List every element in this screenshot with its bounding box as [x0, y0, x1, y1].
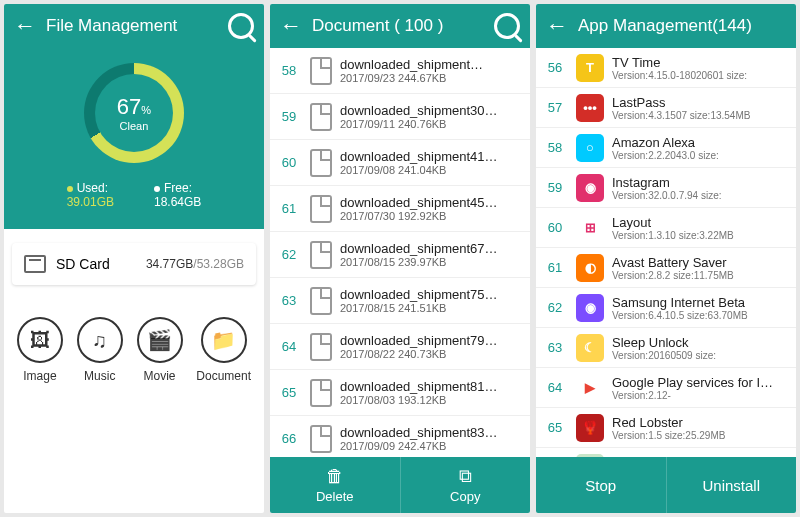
usage-ring[interactable]: 67% Clean [84, 63, 184, 163]
app-icon: ⊞ [576, 214, 604, 242]
app-meta: Version:20160509 size: [612, 350, 790, 361]
row-number: 62 [276, 247, 302, 262]
file-meta: 2017/09/11 240.76KB [340, 118, 524, 130]
file-icon [310, 149, 332, 177]
file-name: downloaded_shipment… [340, 57, 524, 72]
row-number: 63 [276, 293, 302, 308]
search-icon[interactable] [228, 13, 254, 39]
percent-label: Clean [120, 120, 149, 132]
category-document[interactable]: 📁Document [196, 317, 251, 383]
document-row[interactable]: 66downloaded_shipment83…2017/09/09 242.4… [270, 416, 530, 457]
row-number: 65 [276, 385, 302, 400]
app-meta: Version:2.12- [612, 390, 790, 401]
free-stat: Free:18.64GB [154, 181, 201, 209]
app-row[interactable]: 66?WhatsInItVersion:1.0.11 size:21.93MB [536, 448, 796, 457]
file-icon [310, 425, 332, 453]
file-icon [310, 241, 332, 269]
file-icon [310, 333, 332, 361]
row-number: 61 [276, 201, 302, 216]
app-row[interactable]: 63☾Sleep UnlockVersion:20160509 size: [536, 328, 796, 368]
row-number: 63 [542, 340, 568, 355]
category-movie[interactable]: 🎬Movie [137, 317, 183, 383]
file-name: downloaded_shipment45… [340, 195, 524, 210]
document-row[interactable]: 61downloaded_shipment45…2017/07/30 192.9… [270, 186, 530, 232]
page-title: Document ( 100 ) [312, 16, 494, 36]
row-number: 59 [276, 109, 302, 124]
category-music[interactable]: ♫Music [77, 317, 123, 383]
app-name: Samsung Internet Beta [612, 295, 790, 310]
app-meta: Version:6.4.10.5 size:63.70MB [612, 310, 790, 321]
file-meta: 2017/08/03 193.12KB [340, 394, 524, 406]
delete-button[interactable]: 🗑Delete [270, 457, 400, 513]
back-icon[interactable]: ← [280, 13, 302, 39]
file-name: downloaded_shipment79… [340, 333, 524, 348]
app-name: Sleep Unlock [612, 335, 790, 350]
document-icon: 📁 [201, 317, 247, 363]
image-icon: 🖼 [17, 317, 63, 363]
header: ← File Management [4, 4, 264, 48]
row-number: 64 [542, 380, 568, 395]
category-label: Movie [137, 369, 183, 383]
row-number: 62 [542, 300, 568, 315]
action-bar: 🗑Delete ⧉Copy [270, 457, 530, 513]
back-icon[interactable]: ← [14, 13, 36, 39]
document-row[interactable]: 58downloaded_shipment…2017/09/23 244.67K… [270, 48, 530, 94]
document-row[interactable]: 65downloaded_shipment81…2017/08/03 193.1… [270, 370, 530, 416]
sdcard-icon [24, 255, 46, 273]
app-row[interactable]: 64▶Google Play services for I…Version:2.… [536, 368, 796, 408]
action-bar: Stop Uninstall [536, 457, 796, 513]
file-name: downloaded_shipment41… [340, 149, 524, 164]
app-row[interactable]: 60⊞LayoutVersion:1.3.10 size:3.22MB [536, 208, 796, 248]
file-meta: 2017/09/09 242.47KB [340, 440, 524, 452]
file-meta: 2017/07/30 192.92KB [340, 210, 524, 222]
category-image[interactable]: 🖼Image [17, 317, 63, 383]
file-icon [310, 195, 332, 223]
file-icon [310, 287, 332, 315]
app-name: Layout [612, 215, 790, 230]
file-meta: 2017/09/23 244.67KB [340, 72, 524, 84]
row-number: 66 [276, 431, 302, 446]
app-row[interactable]: 56TTV TimeVersion:4.15.0-18020601 size: [536, 48, 796, 88]
copy-icon: ⧉ [459, 466, 472, 487]
sdcard-row[interactable]: SD Card 34.77GB/53.28GB [12, 243, 256, 285]
app-icon: ○ [576, 134, 604, 162]
document-list[interactable]: 58downloaded_shipment…2017/09/23 244.67K… [270, 48, 530, 457]
app-meta: Version:4.15.0-18020601 size: [612, 70, 790, 81]
row-number: 60 [276, 155, 302, 170]
app-row[interactable]: 65🦞Red LobsterVersion:1.5 size:25.29MB [536, 408, 796, 448]
file-meta: 2017/08/15 241.51KB [340, 302, 524, 314]
app-list[interactable]: 56TTV TimeVersion:4.15.0-18020601 size:5… [536, 48, 796, 457]
app-icon: ◉ [576, 174, 604, 202]
app-name: TV Time [612, 55, 790, 70]
header: ← App Management(144) [536, 4, 796, 48]
document-screen: ← Document ( 100 ) 58downloaded_shipment… [270, 4, 530, 513]
file-name: downloaded_shipment30… [340, 103, 524, 118]
app-name: Google Play services for I… [612, 375, 790, 390]
stop-button[interactable]: Stop [536, 457, 666, 513]
back-icon[interactable]: ← [546, 13, 568, 39]
app-name: Avast Battery Saver [612, 255, 790, 270]
percent-value: 67 [117, 94, 141, 119]
row-number: 61 [542, 260, 568, 275]
app-meta: Version:2.8.2 size:11.75MB [612, 270, 790, 281]
file-name: downloaded_shipment83… [340, 425, 524, 440]
app-row[interactable]: 62◉Samsung Internet BetaVersion:6.4.10.5… [536, 288, 796, 328]
copy-button[interactable]: ⧉Copy [400, 457, 531, 513]
sdcard-label: SD Card [56, 256, 110, 272]
app-name: LastPass [612, 95, 790, 110]
document-row[interactable]: 59downloaded_shipment30…2017/09/11 240.7… [270, 94, 530, 140]
search-icon[interactable] [494, 13, 520, 39]
uninstall-button[interactable]: Uninstall [666, 457, 797, 513]
app-row[interactable]: 57•••LastPassVersion:4.3.1507 size:13.54… [536, 88, 796, 128]
category-label: Document [196, 369, 251, 383]
trash-icon: 🗑 [326, 466, 344, 487]
app-row[interactable]: 58○Amazon AlexaVersion:2.2.2043.0 size: [536, 128, 796, 168]
file-icon [310, 103, 332, 131]
app-row[interactable]: 61◐Avast Battery SaverVersion:2.8.2 size… [536, 248, 796, 288]
app-row[interactable]: 59◉InstagramVersion:32.0.0.7.94 size: [536, 168, 796, 208]
document-row[interactable]: 64downloaded_shipment79…2017/08/22 240.7… [270, 324, 530, 370]
document-row[interactable]: 60downloaded_shipment41…2017/09/08 241.0… [270, 140, 530, 186]
document-row[interactable]: 62downloaded_shipment67…2017/08/15 239.9… [270, 232, 530, 278]
document-row[interactable]: 63downloaded_shipment75…2017/08/15 241.5… [270, 278, 530, 324]
row-number: 58 [542, 140, 568, 155]
